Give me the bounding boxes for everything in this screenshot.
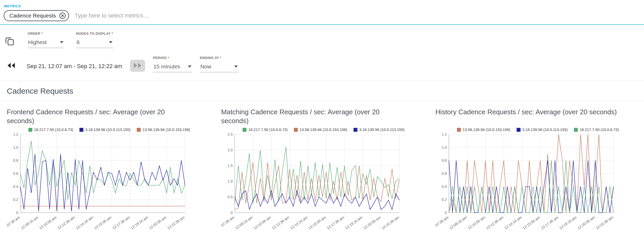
svg-text:12:15:56 am: 12:15:56 am — [522, 215, 541, 230]
svg-text:12:10:56 am: 12:10:56 am — [467, 215, 486, 230]
svg-text:0.6: 0.6 — [13, 171, 18, 176]
svg-text:0.4: 0.4 — [13, 184, 18, 189]
nodes-select-value: 6 — [77, 39, 80, 45]
svg-text:12:09:16 am: 12:09:16 am — [20, 215, 39, 230]
legend-swatch — [79, 128, 83, 132]
svg-text:12:19:16 am: 12:19:16 am — [559, 215, 578, 230]
chart-plot: 00.20.40.60.81.01.212:07:36 am12:09:16 a… — [435, 132, 618, 239]
legend-item: 18.217.7.50 (10.0.6.73) — [243, 128, 288, 132]
legend-swatch — [243, 128, 246, 132]
chart-title: Matching Cadence Requests / sec: Average… — [221, 108, 404, 126]
svg-text:12:22:36 am: 12:22:36 am — [595, 215, 614, 230]
svg-text:12:20:56 am: 12:20:56 am — [362, 215, 381, 230]
rewind-icon — [7, 62, 16, 70]
svg-text:2.0: 2.0 — [227, 148, 233, 152]
legend-swatch — [354, 128, 357, 132]
legend-item: 18.217.7.50 (10.0.6.73) — [28, 128, 73, 132]
svg-text:12:07:36 am: 12:07:36 am — [221, 215, 235, 230]
chart-plot-area[interactable]: 00.20.40.60.81.01.212:07:36 am12:09:16 a… — [435, 132, 640, 239]
order-label: ORDER * — [28, 32, 64, 35]
svg-text:12:19:16 am: 12:19:16 am — [130, 215, 149, 230]
metrics-label: METRICS — [0, 0, 644, 10]
svg-text:0: 0 — [445, 211, 447, 215]
svg-text:1.0: 1.0 — [227, 179, 233, 183]
fast-forward-icon — [133, 62, 142, 70]
svg-text:0: 0 — [16, 211, 18, 215]
period-select-value: 15 minutes — [153, 63, 180, 70]
svg-text:12:10:56 am: 12:10:56 am — [253, 215, 272, 230]
chart-legend: 18.217.7.50 (10.0.6.73)3.18.139.56 (10.0… — [7, 128, 212, 132]
nodes-to-display-field: NODES TO DISPLAY * 6 — [76, 32, 113, 48]
metrics-select-bar: Cadence Requests — [0, 10, 644, 25]
svg-text:12:19:16 am: 12:19:16 am — [344, 215, 363, 230]
ending-at-label: ENDING AT * — [200, 56, 238, 60]
metric-chip-label: Cadence Requests — [9, 13, 56, 19]
legend-swatch — [457, 128, 461, 132]
svg-text:12:15:56 am: 12:15:56 am — [308, 215, 327, 230]
copy-button[interactable] — [4, 35, 16, 48]
nodes-to-display-select[interactable]: 6 — [76, 39, 113, 48]
chart-plot: 00.51.01.52.02.512:07:36 am12:09:16 am12… — [221, 132, 404, 239]
metric-chip-cadence-requests[interactable]: Cadence Requests — [4, 10, 69, 21]
nodes-to-display-label: NODES TO DISPLAY * — [76, 32, 113, 35]
period-select[interactable]: 15 minutes — [153, 63, 192, 72]
order-select[interactable]: Highest — [28, 39, 64, 48]
time-controls-row: Sep 21, 12:07 am - Sep 21, 12:22 am PERI… — [0, 48, 644, 72]
metrics-search-input[interactable] — [75, 10, 638, 21]
svg-text:12:17:36 am: 12:17:36 am — [540, 215, 559, 230]
ending-at-select[interactable]: Now — [200, 63, 238, 72]
chevron-down-icon — [188, 65, 191, 68]
svg-text:2.5: 2.5 — [227, 132, 233, 136]
ending-at-field: ENDING AT * Now — [200, 56, 238, 72]
fast-forward-button[interactable] — [130, 60, 145, 72]
copy-icon — [5, 36, 15, 47]
svg-text:12:15:56 am: 12:15:56 am — [93, 215, 112, 230]
svg-text:1.2: 1.2 — [13, 132, 18, 136]
svg-text:12:17:36 am: 12:17:36 am — [112, 215, 131, 230]
svg-text:0.8: 0.8 — [442, 158, 447, 163]
svg-text:0.6: 0.6 — [442, 171, 447, 176]
svg-text:0.4: 0.4 — [442, 184, 447, 189]
legend-item: 3.18.139.56 (10.0.113.155) — [354, 128, 405, 132]
svg-text:0: 0 — [231, 211, 233, 215]
legend-swatch — [574, 128, 578, 132]
chart-title: History Cadence Requests / sec: Average … — [435, 108, 640, 126]
period-label: PERIOD * — [153, 56, 192, 60]
chevron-down-icon — [234, 65, 238, 68]
svg-text:12:20:56 am: 12:20:56 am — [577, 215, 596, 230]
legend-item: 13.58.139.94 (10.0.153.156) — [457, 128, 510, 132]
order-field: ORDER * Highest — [28, 32, 64, 48]
svg-text:0.2: 0.2 — [13, 198, 18, 202]
chart-matching: Matching Cadence Requests / sec: Average… — [221, 108, 426, 239]
svg-text:12:14:16 am: 12:14:16 am — [289, 215, 308, 230]
rewind-button[interactable] — [4, 60, 19, 72]
chart-plot-area[interactable]: 00.20.40.60.81.01.212:07:36 am12:09:16 a… — [7, 132, 212, 239]
period-field: PERIOD * 15 minutes — [153, 56, 192, 72]
svg-text:12:14:16 am: 12:14:16 am — [504, 215, 523, 230]
chart-frontend: Frontend Cadence Requests / sec: Average… — [7, 108, 212, 239]
svg-text:0.2: 0.2 — [442, 198, 447, 202]
chart-plot: 00.20.40.60.81.01.212:07:36 am12:09:16 a… — [7, 132, 189, 239]
chart-legend: 13.58.139.94 (10.0.153.156)3.18.139.56 (… — [435, 128, 640, 132]
metrics-dashboard: METRICS Cadence Requests ORDER * — [0, 0, 644, 239]
svg-text:12:17:36 am: 12:17:36 am — [326, 215, 345, 230]
legend-item: 13.58.139.94 (10.0.153.156) — [294, 128, 347, 132]
chart-legend: 18.217.7.50 (10.0.6.73)13.58.139.94 (10.… — [221, 128, 426, 132]
svg-text:12:12:36 am: 12:12:36 am — [57, 215, 76, 230]
svg-text:0.5: 0.5 — [227, 195, 233, 199]
svg-text:12:07:36 am: 12:07:36 am — [435, 215, 449, 230]
chart-history: History Cadence Requests / sec: Average … — [435, 108, 640, 239]
panel-title: Cadence Requests — [0, 81, 644, 101]
legend-swatch — [137, 128, 141, 132]
svg-text:12:07:36 am: 12:07:36 am — [7, 215, 21, 230]
svg-text:1.0: 1.0 — [13, 145, 18, 150]
chart-title: Frontend Cadence Requests / sec: Average… — [7, 108, 189, 126]
chevron-down-icon — [60, 41, 64, 43]
chart-plot-area[interactable]: 00.51.01.52.02.512:07:36 am12:09:16 am12… — [221, 132, 426, 239]
legend-item: 13.58.139.94 (10.0.153.156) — [137, 128, 190, 132]
chip-remove-icon[interactable] — [59, 12, 66, 19]
legend-swatch — [294, 128, 298, 132]
svg-text:12:09:16 am: 12:09:16 am — [449, 215, 468, 230]
svg-text:12:14:16 am: 12:14:16 am — [75, 215, 94, 230]
svg-text:1.2: 1.2 — [442, 132, 447, 136]
